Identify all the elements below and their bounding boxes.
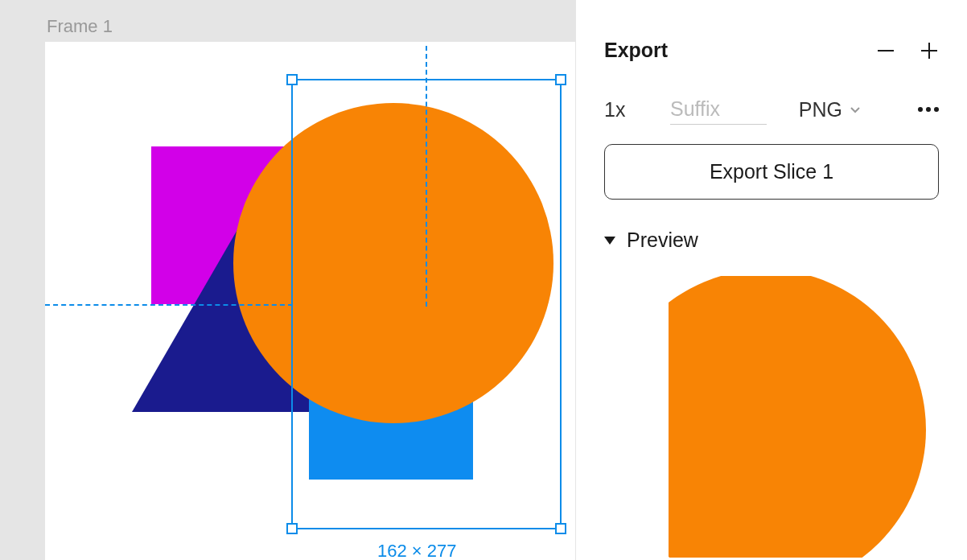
triangle-down-icon: [604, 235, 615, 246]
plus-icon: [920, 41, 939, 60]
export-button[interactable]: Export Slice 1: [604, 144, 939, 200]
preview-shape-circle-orange: [669, 276, 926, 558]
suffix-input[interactable]: [670, 94, 767, 125]
panel-header: Export: [604, 0, 939, 78]
frame-label[interactable]: Frame 1: [47, 16, 113, 37]
chevron-down-icon: [849, 103, 862, 116]
panel-title: Export: [604, 39, 668, 62]
scale-select[interactable]: 1x: [604, 98, 646, 121]
preview-area: [669, 276, 939, 558]
add-export-button[interactable]: [920, 41, 939, 60]
svg-marker-3: [604, 237, 615, 245]
panel-actions: [876, 41, 939, 60]
dot-icon: [918, 107, 923, 112]
minus-icon: [876, 41, 895, 60]
format-value: PNG: [799, 98, 842, 121]
export-options-button[interactable]: [918, 107, 939, 112]
dot-icon: [934, 107, 939, 112]
export-panel: Export 1x PNG Export Slice 1 Preview: [575, 0, 967, 560]
alignment-guide-vertical: [426, 46, 427, 307]
preview-label: Preview: [627, 229, 698, 252]
export-settings-row: 1x PNG: [604, 78, 939, 144]
shape-circle-orange[interactable]: [233, 103, 553, 423]
format-select[interactable]: PNG: [799, 98, 862, 121]
selection-dimensions: 162 × 277: [377, 541, 456, 560]
dot-icon: [926, 107, 931, 112]
preview-toggle[interactable]: Preview: [604, 229, 939, 252]
canvas-area[interactable]: Frame 1 162 × 277: [0, 0, 575, 560]
remove-export-button[interactable]: [876, 41, 895, 60]
alignment-guide-horizontal: [45, 304, 293, 306]
